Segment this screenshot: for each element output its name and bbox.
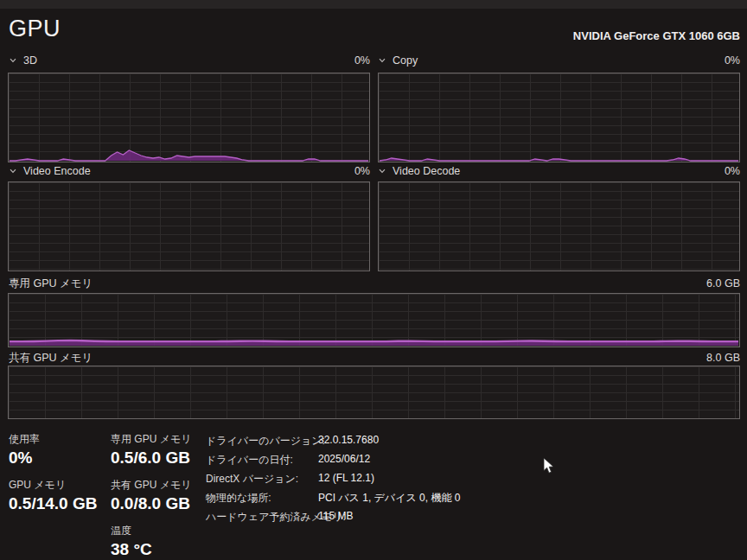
detail-row-directx-version: DirectX バージョン: 12 (FL 12.1) bbox=[206, 472, 460, 487]
chevron-down-icon bbox=[9, 56, 17, 65]
chart-title-dedicated-memory: 専用 GPU メモリ bbox=[9, 277, 93, 291]
detail-label: DirectX バージョン: bbox=[206, 472, 318, 487]
chart-header-video-decode: Video Decode 0% bbox=[378, 164, 740, 178]
chart-current-value: 0% bbox=[354, 54, 370, 67]
temperature-value: 38 °C bbox=[111, 540, 206, 559]
chart-toggle-video-encode[interactable]: Video Encode bbox=[9, 165, 91, 177]
chart-current-value: 0% bbox=[725, 165, 740, 177]
dedicated-memory-value: 0.5/6.0 GB bbox=[111, 449, 206, 468]
chevron-down-icon bbox=[378, 167, 386, 175]
chart-toggle-copy[interactable]: Copy bbox=[378, 54, 418, 67]
chart-3d bbox=[8, 73, 370, 162]
chart-title: Video Encode bbox=[23, 165, 91, 177]
detail-value: PCI バス 1, デバイス 0, 機能 0 bbox=[318, 491, 460, 506]
utilization-label: 使用率 bbox=[9, 432, 111, 447]
chart-max-label: 6.0 GB bbox=[706, 277, 740, 290]
driver-details: ドライバーのバージョン: 32.0.15.7680 ドライバーの日付: 2025… bbox=[206, 434, 460, 529]
gpu-performance-page: GPU NVIDIA GeForce GTX 1060 6GB 3D 0% Co… bbox=[0, 0, 747, 560]
chart-title: 共有 GPU メモリ bbox=[9, 351, 93, 366]
detail-row-driver-date: ドライバーの日付: 2025/06/12 bbox=[206, 453, 460, 468]
chart-title: 3D bbox=[23, 54, 37, 67]
chart-shared-memory bbox=[8, 366, 740, 419]
detail-label: ドライバーのバージョン: bbox=[206, 434, 318, 449]
chart-video-encode bbox=[8, 181, 370, 271]
chart-title-shared-memory: 共有 GPU メモリ bbox=[9, 351, 93, 366]
chart-header-video-encode: Video Encode 0% bbox=[9, 164, 370, 178]
gpu-memory-label: GPU メモリ bbox=[9, 478, 111, 493]
detail-row-hardware-reserved-memory: ハードウェア予約済みメモリ: 115 MB bbox=[206, 510, 460, 525]
chevron-down-icon bbox=[9, 167, 17, 175]
chevron-down-icon bbox=[378, 56, 386, 65]
chart-title: Copy bbox=[393, 54, 418, 67]
chart-header-copy: Copy 0% bbox=[378, 54, 740, 67]
utilization-value: 0% bbox=[9, 449, 111, 468]
page-title: GPU bbox=[9, 16, 61, 42]
chart-title: Video Decode bbox=[393, 165, 460, 177]
stats-section: 使用率 0% GPU メモリ 0.5/14.0 GB 専用 GPU メモリ 0.… bbox=[9, 432, 206, 560]
chart-toggle-video-decode[interactable]: Video Decode bbox=[378, 165, 460, 177]
shared-memory-label: 共有 GPU メモリ bbox=[111, 478, 206, 493]
chart-current-value: 0% bbox=[354, 165, 370, 177]
detail-value: 115 MB bbox=[318, 510, 353, 525]
detail-label: ドライバーの日付: bbox=[206, 453, 318, 468]
chart-header-dedicated-memory: 専用 GPU メモリ 6.0 GB bbox=[9, 277, 740, 290]
detail-value: 32.0.15.7680 bbox=[318, 434, 379, 449]
gpu-device-name: NVIDIA GeForce GTX 1060 6GB bbox=[573, 29, 740, 42]
detail-value: 2025/06/12 bbox=[318, 453, 370, 468]
detail-label: 物理的な場所: bbox=[206, 491, 318, 506]
stats-column-1: 使用率 0% GPU メモリ 0.5/14.0 GB bbox=[9, 432, 111, 560]
top-strip bbox=[0, 0, 747, 9]
detail-label: ハードウェア予約済みメモリ: bbox=[206, 510, 318, 525]
chart-copy bbox=[378, 73, 740, 162]
dedicated-memory-label: 専用 GPU メモリ bbox=[111, 432, 206, 447]
chart-title: 専用 GPU メモリ bbox=[9, 277, 93, 291]
chart-video-decode bbox=[378, 181, 740, 271]
chart-header-shared-memory: 共有 GPU メモリ 8.0 GB bbox=[9, 351, 740, 365]
mouse-cursor bbox=[543, 457, 555, 478]
gpu-memory-value: 0.5/14.0 GB bbox=[9, 494, 111, 513]
chart-toggle-3d[interactable]: 3D bbox=[9, 54, 37, 67]
detail-row-physical-location: 物理的な場所: PCI バス 1, デバイス 0, 機能 0 bbox=[206, 491, 460, 506]
shared-memory-value: 0.0/8.0 GB bbox=[111, 494, 206, 513]
stats-column-2: 専用 GPU メモリ 0.5/6.0 GB 共有 GPU メモリ 0.0/8.0… bbox=[111, 432, 206, 560]
chart-header-3d: 3D 0% bbox=[9, 54, 370, 67]
detail-value: 12 (FL 12.1) bbox=[318, 472, 374, 487]
chart-max-label: 8.0 GB bbox=[706, 352, 740, 364]
temperature-label: 温度 bbox=[111, 524, 206, 538]
chart-current-value: 0% bbox=[725, 54, 740, 67]
detail-row-driver-version: ドライバーのバージョン: 32.0.15.7680 bbox=[206, 434, 460, 449]
chart-dedicated-memory bbox=[8, 293, 740, 347]
